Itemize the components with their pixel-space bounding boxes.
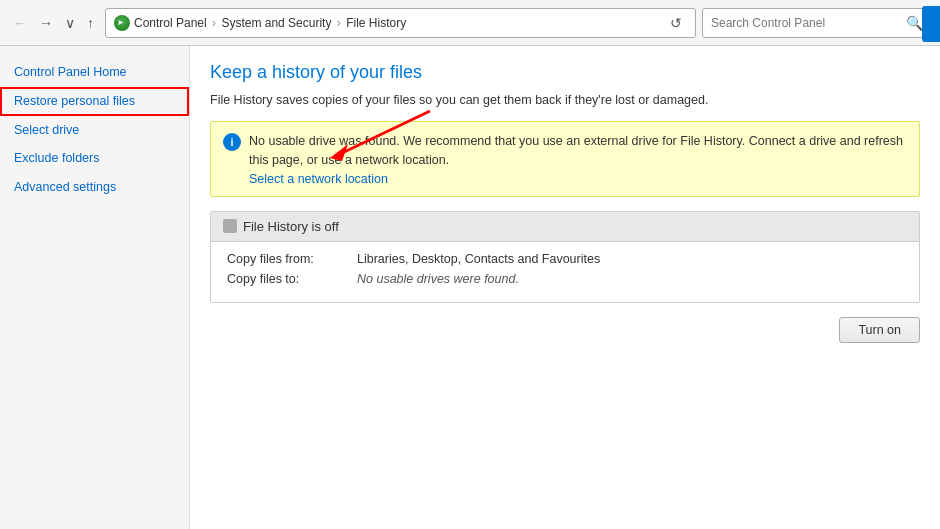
fh-value-copy-from: Libraries, Desktop, Contacts and Favouri… <box>357 252 600 266</box>
sidebar-item-restore-personal-files[interactable]: Restore personal files <box>0 87 189 116</box>
search-bar[interactable]: 🔍 <box>702 8 932 38</box>
nav-buttons: ← → ∨ ↑ <box>8 12 99 34</box>
fh-header: File History is off <box>211 212 919 242</box>
info-box: i No usable drive was found. We recommen… <box>210 121 920 197</box>
blue-accent-bar <box>922 6 940 42</box>
fh-row-copy-to: Copy files to: No usable drives were fou… <box>227 272 903 286</box>
content-area: Keep a history of your files File Histor… <box>190 46 940 529</box>
fh-status-label: File History is off <box>243 219 339 234</box>
sidebar-item-control-panel-home[interactable]: Control Panel Home <box>0 58 189 87</box>
search-input[interactable] <box>711 16 902 30</box>
page-subtitle: File History saves copies of your files … <box>210 93 920 107</box>
fh-label-copy-from: Copy files from: <box>227 252 357 266</box>
sidebar: Control Panel Home Restore personal file… <box>0 46 190 529</box>
fh-value-copy-to: No usable drives were found. <box>357 272 519 286</box>
fh-body: Copy files from: Libraries, Desktop, Con… <box>211 242 919 302</box>
forward-button[interactable]: → <box>34 12 58 34</box>
address-bar[interactable]: Control Panel › System and Security › Fi… <box>105 8 696 38</box>
search-icon[interactable]: 🔍 <box>906 15 923 31</box>
fh-header-icon <box>223 219 237 233</box>
page-title: Keep a history of your files <box>210 62 920 83</box>
info-box-message: No usable drive was found. We recommend … <box>249 134 903 167</box>
info-icon: i <box>223 133 241 151</box>
sidebar-item-exclude-folders[interactable]: Exclude folders <box>0 144 189 173</box>
toolbar: ← → ∨ ↑ Control Panel › System and Secur… <box>0 0 940 46</box>
address-icon <box>114 15 130 31</box>
turn-on-button[interactable]: Turn on <box>839 317 920 343</box>
fh-label-copy-to: Copy files to: <box>227 272 357 286</box>
sidebar-item-select-drive[interactable]: Select drive <box>0 116 189 145</box>
main-container: Control Panel Home Restore personal file… <box>0 46 940 529</box>
file-history-panel: File History is off Copy files from: Lib… <box>210 211 920 303</box>
back-button[interactable]: ← <box>8 12 32 34</box>
refresh-button[interactable]: ↺ <box>665 13 687 33</box>
sidebar-item-advanced-settings[interactable]: Advanced settings <box>0 173 189 202</box>
info-box-content: No usable drive was found. We recommend … <box>249 132 907 186</box>
dropdown-button[interactable]: ∨ <box>60 12 80 34</box>
address-text: Control Panel › System and Security › Fi… <box>134 16 661 30</box>
select-network-location-link[interactable]: Select a network location <box>249 172 907 186</box>
up-button[interactable]: ↑ <box>82 12 99 34</box>
fh-row-copy-from: Copy files from: Libraries, Desktop, Con… <box>227 252 903 266</box>
